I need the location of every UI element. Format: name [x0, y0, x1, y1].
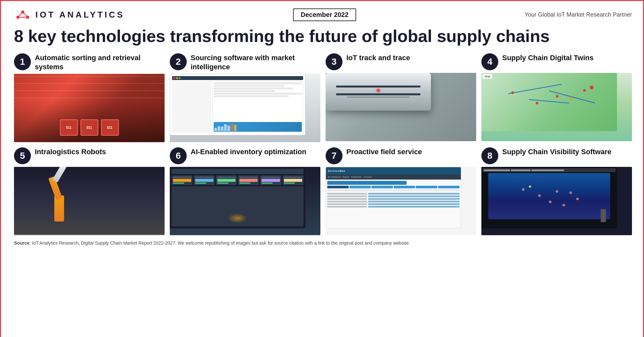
card-2-number: 2: [170, 53, 187, 70]
card-3-title: IoT track and trace: [346, 53, 410, 62]
logo-text: IOT ANALYTICS: [35, 10, 125, 20]
card-6-image: [170, 167, 320, 235]
card-4: 4 Supply Chain Digital Twins Map: [481, 53, 632, 142]
card-4-header: 4 Supply Chain Digital Twins: [481, 53, 632, 70]
card-6-number: 6: [170, 147, 187, 164]
card-8-image: [481, 167, 632, 235]
card-4-number: 4: [481, 53, 498, 70]
card-7-header: 7 Proactive field service: [326, 147, 476, 164]
page-wrapper: IOT ANALYTICS December 2022 Your Global …: [1, 1, 644, 337]
card-3: 3 IoT track and trace: [326, 53, 476, 142]
card-7: 7 Proactive field service ServiceMax My …: [326, 147, 476, 235]
card-8-number: 8: [481, 147, 498, 164]
card-5-number: 5: [14, 147, 31, 164]
card-3-header: 3 IoT track and trace: [326, 53, 476, 70]
header: IOT ANALYTICS December 2022 Your Global …: [14, 7, 632, 22]
svg-line-3: [18, 12, 23, 17]
card-4-image: Map: [481, 73, 632, 141]
iot-analytics-logo-icon: [14, 7, 32, 22]
card-2-header: 2 Sourcing software with market intellig…: [170, 53, 320, 71]
card-7-image: ServiceMax My Dashboard Reports Dashboar…: [326, 167, 476, 235]
card-7-title: Proactive field service: [346, 147, 422, 156]
card-3-image: [326, 73, 476, 141]
card-1-image: [14, 74, 165, 142]
card-1-header: 1 Automatic sorting and retrieval system…: [14, 53, 165, 71]
card-6-title: AI-Enabled inventory optimization: [191, 147, 306, 156]
card-1: 1 Automatic sorting and retrieval system…: [14, 53, 165, 142]
card-5-header: 5 Intralogistics Robots: [14, 147, 165, 164]
card-5-image: [14, 167, 165, 235]
svg-line-4: [23, 12, 28, 17]
card-2: 2 Sourcing software with market intellig…: [170, 53, 320, 142]
card-8-header: 8 Supply Chain Visibility Software: [481, 147, 632, 164]
card-6: 6 AI-Enabled inventory optimization: [170, 147, 320, 235]
footer-text: : IoT Analytics Research, Digital Supply…: [29, 240, 410, 246]
card-1-title: Automatic sorting and retrieval systems: [35, 53, 165, 71]
card-8-title: Supply Chain Visibility Software: [502, 147, 611, 156]
card-4-title: Supply Chain Digital Twins: [502, 53, 594, 62]
card-8: 8 Supply Chain Visibility Software: [481, 147, 632, 235]
card-1-number: 1: [14, 53, 31, 70]
footer: Source: IoT Analytics Research, Digital …: [14, 240, 632, 246]
date-badge: December 2022: [293, 8, 356, 21]
cards-grid: 1 Automatic sorting and retrieval system…: [14, 53, 632, 235]
card-3-number: 3: [326, 53, 342, 70]
card-5: 5 Intralogistics Robots: [14, 147, 165, 235]
card-2-image: [170, 74, 320, 142]
card-6-header: 6 AI-Enabled inventory optimization: [170, 147, 320, 164]
footer-source-label: Source: [14, 240, 29, 246]
logo-area: IOT ANALYTICS: [14, 7, 125, 22]
card-7-number: 7: [326, 147, 342, 164]
card-2-title: Sourcing software with market intelligen…: [191, 53, 320, 71]
tagline: Your Global IoT Market Research Partner: [525, 11, 632, 18]
main-title: 8 key technologies transforming the futu…: [14, 27, 632, 46]
card-5-title: Intralogistics Robots: [35, 147, 106, 156]
